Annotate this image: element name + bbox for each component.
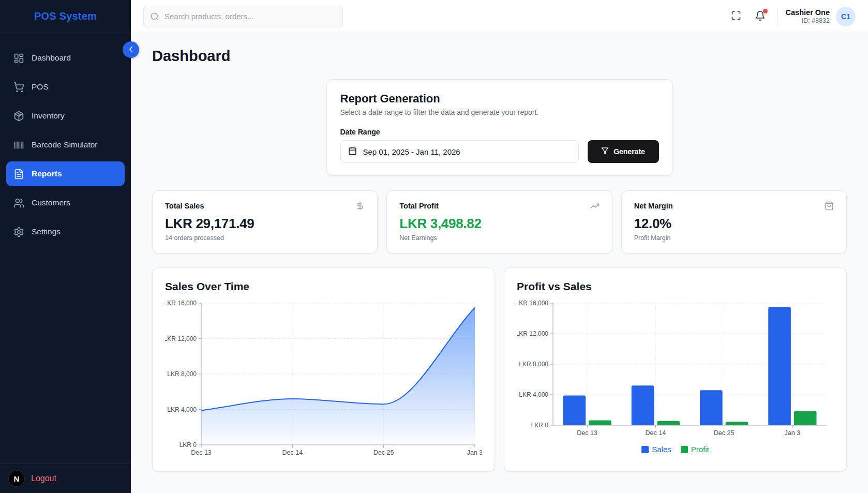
- svg-text:Dec 13: Dec 13: [577, 429, 597, 437]
- date-range-value: Sep 01, 2025 - Jan 11, 2026: [363, 147, 460, 156]
- stat-label: Total Sales: [165, 202, 204, 210]
- sidebar-item-label: Dashboard: [32, 53, 71, 63]
- fullscreen-button[interactable]: [728, 7, 744, 25]
- svg-text:LKR 16,000: LKR 16,000: [517, 300, 548, 307]
- sidebar-footer: N Logout: [0, 464, 131, 493]
- sidebar-item-label: Reports: [32, 169, 62, 178]
- sidebar-item-barcode-simulator[interactable]: Barcode Simulator: [6, 132, 125, 157]
- profit-vs-sales-title: Profit vs Sales: [517, 280, 834, 293]
- notification-dot: [763, 9, 768, 13]
- sidebar-item-dashboard[interactable]: Dashboard: [6, 46, 125, 70]
- sales-over-time-chart: LKR 0LKR 4,000LKR 8,000LKR 12,000LKR 16,…: [165, 298, 482, 460]
- stat-value: LKR 3,498.82: [399, 216, 599, 232]
- date-range-input[interactable]: Sep 01, 2025 - Jan 11, 2026: [340, 140, 579, 163]
- search-input[interactable]: [143, 6, 343, 27]
- svg-text:Dec 14: Dec 14: [646, 429, 666, 437]
- generate-button[interactable]: Generate: [588, 140, 659, 163]
- date-range-row: Sep 01, 2025 - Jan 11, 2026 Generate: [340, 140, 659, 163]
- users-icon: [13, 198, 24, 208]
- sidebar-header: POS System: [0, 0, 131, 33]
- bar-chart-svg: LKR 0LKR 4,000LKR 8,000LKR 12,000LKR 16,…: [517, 298, 834, 439]
- stat-subtext: 14 orders processed: [165, 234, 365, 242]
- legend-item-profit[interactable]: Profit: [681, 445, 709, 454]
- sidebar-item-customers[interactable]: Customers: [6, 190, 125, 215]
- stat-card-header: Total Sales: [165, 201, 365, 211]
- stat-subtext: Profit Margin: [634, 234, 834, 242]
- filter-icon: [601, 147, 609, 155]
- generate-button-label: Generate: [613, 147, 645, 156]
- file-text-icon: [13, 169, 24, 180]
- charts-row: Sales Over Time LKR 0LKR 4,000LKR 8,000L…: [152, 267, 847, 472]
- legend-item-sales[interactable]: Sales: [641, 445, 671, 454]
- svg-text:LKR 4,000: LKR 4,000: [167, 406, 197, 413]
- legend-swatch: [681, 446, 688, 453]
- svg-text:Jan 3: Jan 3: [467, 449, 482, 456]
- sidebar-item-inventory[interactable]: Inventory: [6, 103, 125, 128]
- search-box: [143, 6, 343, 27]
- maximize-icon: [731, 10, 741, 21]
- calendar-icon: [348, 146, 357, 155]
- profit-vs-sales-card: Profit vs Sales LKR 0LKR 4,000LKR 8,000L…: [504, 267, 847, 472]
- logout-button[interactable]: Logout: [31, 474, 56, 483]
- svg-text:Dec 14: Dec 14: [282, 449, 303, 456]
- dashboard-icon: [13, 53, 24, 64]
- sidebar-item-reports[interactable]: Reports: [6, 161, 125, 186]
- sidebar-item-label: Barcode Simulator: [32, 140, 98, 150]
- svg-text:LKR 12,000: LKR 12,000: [165, 335, 197, 342]
- barcode-icon: [13, 140, 24, 151]
- cart-icon: [13, 82, 24, 93]
- topbar-divider: [777, 8, 777, 25]
- sidebar-item-label: Settings: [32, 227, 61, 236]
- sidebar-item-label: Customers: [32, 198, 70, 207]
- stat-subtext: Net Earnings: [399, 234, 599, 242]
- stats-row: Total SalesLKR 29,171.4914 orders proces…: [152, 190, 847, 253]
- chevron-left-icon: [126, 44, 136, 54]
- sidebar-nav: DashboardPOSInventoryBarcode SimulatorRe…: [0, 33, 131, 464]
- stat-card-total-profit: Total ProfitLKR 3,498.82Net Earnings: [386, 190, 612, 253]
- stat-card-header: Net Margin: [634, 201, 834, 211]
- app-title: POS System: [34, 10, 97, 22]
- page-title: Dashboard: [152, 48, 847, 65]
- user-info: Cashier One ID: #8832: [786, 8, 830, 24]
- sidebar-collapse-button[interactable]: [123, 41, 139, 58]
- legend-swatch: [641, 446, 649, 453]
- stat-card-header: Total Profit: [399, 201, 599, 211]
- svg-text:Dec 13: Dec 13: [191, 449, 212, 456]
- topbar: Cashier One ID: #8832 C1: [131, 0, 868, 33]
- stat-label: Total Profit: [399, 202, 438, 210]
- sidebar-item-pos[interactable]: POS: [6, 74, 125, 99]
- svg-text:LKR 16,000: LKR 16,000: [165, 300, 197, 307]
- main-column: Cashier One ID: #8832 C1 Dashboard Repor…: [131, 0, 868, 493]
- topbar-right: Cashier One ID: #8832 C1: [721, 7, 856, 26]
- bag-icon: [825, 201, 834, 211]
- stat-value: LKR 29,171.49: [165, 216, 365, 232]
- legend-label: Profit: [691, 445, 709, 454]
- sales-over-time-title: Sales Over Time: [165, 280, 482, 293]
- stat-card-total-sales: Total SalesLKR 29,171.4914 orders proces…: [152, 190, 378, 253]
- profit-vs-sales-chart: LKR 0LKR 4,000LKR 8,000LKR 12,000LKR 16,…: [517, 298, 834, 454]
- svg-text:LKR 8,000: LKR 8,000: [519, 361, 548, 368]
- date-range-label: Date Range: [340, 128, 659, 136]
- notifications-button[interactable]: [752, 7, 769, 26]
- chart-legend: SalesProfit: [517, 445, 834, 454]
- stat-card-net-margin: Net Margin12.0%Profit Margin: [621, 190, 847, 253]
- user-name: Cashier One: [786, 8, 830, 17]
- report-generation-subtitle: Select a date range to filter the data a…: [340, 108, 659, 116]
- svg-text:LKR 12,000: LKR 12,000: [517, 330, 548, 337]
- svg-text:LKR 8,000: LKR 8,000: [167, 370, 197, 378]
- avatar: C1: [836, 7, 856, 26]
- app-root: POS System DashboardPOSInventoryBarcode …: [0, 0, 868, 493]
- framework-logo: N: [8, 470, 25, 487]
- report-generation-card: Report Generation Select a date range to…: [326, 79, 673, 176]
- svg-text:LKR 0: LKR 0: [531, 422, 549, 429]
- search-icon: [150, 12, 159, 21]
- area-chart-svg: LKR 0LKR 4,000LKR 8,000LKR 12,000LKR 16,…: [165, 298, 482, 458]
- page-content: Dashboard Report Generation Select a dat…: [131, 33, 868, 493]
- gear-icon: [13, 227, 24, 237]
- user-menu[interactable]: Cashier One ID: #8832 C1: [786, 7, 856, 26]
- legend-label: Sales: [652, 445, 671, 454]
- report-generation-title: Report Generation: [340, 92, 659, 106]
- sidebar-item-settings[interactable]: Settings: [6, 219, 125, 244]
- svg-text:Dec 25: Dec 25: [373, 449, 394, 456]
- svg-text:Dec 25: Dec 25: [714, 429, 735, 437]
